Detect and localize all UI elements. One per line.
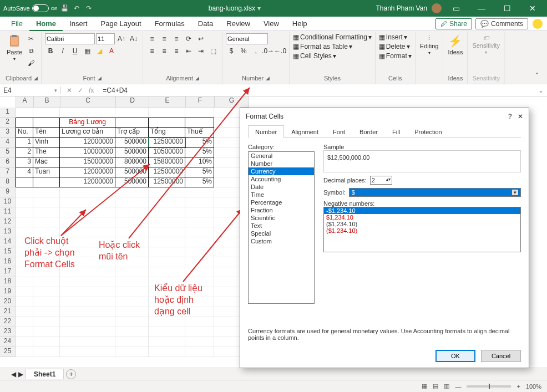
category-item[interactable]: Date — [249, 183, 314, 191]
cell[interactable] — [33, 277, 60, 287]
decrease-font-icon[interactable]: A↓ — [128, 33, 139, 44]
cell[interactable]: Tuan — [33, 167, 60, 177]
category-item[interactable]: Scientific — [249, 214, 314, 222]
category-item[interactable]: Fraction — [249, 206, 314, 214]
col-header[interactable]: D — [116, 96, 149, 108]
tab-review[interactable]: Review — [220, 17, 257, 31]
number-dialog-launcher-icon[interactable]: ◢ — [266, 75, 270, 81]
tab-file[interactable]: File — [4, 17, 29, 31]
cell[interactable] — [16, 287, 33, 297]
symbol-select[interactable]: $▾ — [349, 188, 521, 197]
cell[interactable] — [33, 327, 60, 337]
ok-button[interactable]: OK — [435, 350, 475, 362]
maximize-icon[interactable]: ☐ — [496, 0, 518, 17]
cell[interactable] — [60, 247, 115, 257]
view-pagebreak-icon[interactable]: ▥ — [444, 383, 449, 390]
border-icon[interactable]: ▦ — [82, 45, 93, 57]
cell[interactable] — [115, 108, 149, 118]
cell[interactable] — [149, 327, 185, 337]
cell[interactable] — [33, 297, 60, 307]
cell[interactable] — [16, 247, 33, 257]
zoom-level[interactable]: 100% — [526, 383, 541, 390]
cell[interactable]: 10000000 — [60, 147, 115, 157]
cell[interactable]: Mac — [33, 157, 60, 167]
cell[interactable] — [149, 267, 185, 277]
cell[interactable] — [33, 227, 60, 237]
accounting-icon[interactable]: $ — [226, 45, 237, 57]
zoom-slider[interactable] — [467, 385, 511, 388]
indent-inc-icon[interactable]: ⇥ — [195, 45, 206, 57]
cell[interactable] — [149, 247, 185, 257]
close-icon[interactable]: ✕ — [521, 0, 544, 17]
cell[interactable]: Tổng — [149, 128, 185, 138]
cell[interactable]: Trợ cấp — [115, 128, 149, 138]
formula-input[interactable]: =C4+D4 — [99, 86, 535, 94]
cell[interactable] — [149, 297, 185, 307]
fx-icon[interactable]: fx — [89, 86, 94, 94]
cell[interactable] — [60, 257, 115, 267]
cell[interactable] — [16, 267, 33, 277]
row-header[interactable]: 25 — [0, 347, 16, 357]
cell[interactable]: 3 — [16, 157, 33, 167]
cell[interactable] — [16, 297, 33, 307]
cell[interactable]: 15000000 — [60, 157, 115, 167]
cell[interactable] — [16, 347, 33, 357]
cell[interactable] — [16, 277, 33, 287]
redo-icon[interactable]: ↷ — [84, 4, 93, 13]
cell[interactable]: 12000000 — [60, 167, 115, 177]
cell[interactable] — [149, 227, 185, 237]
dialog-titlebar[interactable]: Format Cells ?✕ — [240, 108, 529, 125]
cell[interactable] — [115, 297, 149, 307]
cell[interactable] — [16, 307, 33, 317]
cell[interactable]: Tên — [33, 128, 60, 138]
zoom-out-icon[interactable]: — — [455, 383, 461, 390]
col-header[interactable]: C — [60, 96, 116, 108]
undo-icon[interactable]: ↶ — [72, 4, 81, 13]
cell[interactable] — [60, 217, 115, 227]
cell[interactable]: 10% — [185, 157, 214, 167]
row-header[interactable]: 6 — [0, 157, 16, 167]
row-header[interactable]: 18 — [0, 277, 16, 287]
sheet-tab[interactable]: Sheet1 — [26, 369, 64, 379]
cell[interactable] — [149, 108, 185, 118]
negnum-item[interactable]: ($1,234.10) — [324, 227, 520, 234]
cell[interactable] — [115, 267, 149, 277]
cell[interactable] — [60, 337, 115, 347]
negnum-item[interactable]: ($1,234.10) — [324, 221, 520, 227]
font-color-icon[interactable]: A — [106, 45, 117, 57]
cell[interactable] — [60, 197, 115, 207]
cell[interactable] — [185, 187, 214, 197]
cell[interactable] — [185, 247, 214, 257]
cell[interactable] — [185, 108, 214, 118]
category-item[interactable]: Custom — [249, 237, 314, 245]
cell[interactable]: 500000 — [115, 138, 149, 147]
tab-help[interactable]: Help — [286, 17, 314, 31]
cell[interactable]: 4 — [16, 167, 33, 177]
cell[interactable] — [33, 177, 60, 187]
cell[interactable] — [60, 347, 115, 357]
format-cells-button[interactable]: ▦ Format ▾ — [379, 52, 412, 60]
dialog-tab-border[interactable]: Border — [352, 125, 385, 138]
font-name-combo[interactable] — [45, 33, 95, 44]
cell[interactable] — [16, 337, 33, 347]
row-header[interactable]: 11 — [0, 207, 16, 217]
cell[interactable]: 12500000 — [149, 138, 185, 147]
cell[interactable]: 12500000 — [149, 177, 185, 187]
dialog-launcher-icon[interactable]: ◢ — [98, 75, 102, 81]
fill-color-icon[interactable]: ◢ — [94, 45, 105, 57]
copy-icon[interactable]: ⧉ — [26, 45, 37, 57]
cell[interactable] — [115, 217, 149, 227]
save-icon[interactable]: 💾 — [60, 4, 69, 13]
align-center-icon[interactable]: ≡ — [159, 45, 170, 57]
cell[interactable] — [60, 227, 115, 237]
cell[interactable] — [115, 347, 149, 357]
zoom-in-icon[interactable]: + — [516, 383, 520, 390]
enter-formula-icon[interactable]: ✓ — [78, 86, 83, 94]
cell[interactable] — [185, 237, 214, 247]
cell[interactable]: 5% — [185, 138, 214, 147]
col-header[interactable]: E — [149, 96, 186, 108]
cell[interactable]: Lương cơ bản — [60, 128, 115, 138]
cell[interactable] — [115, 187, 149, 197]
row-header[interactable]: 10 — [0, 197, 16, 207]
category-item[interactable]: General — [249, 152, 314, 160]
